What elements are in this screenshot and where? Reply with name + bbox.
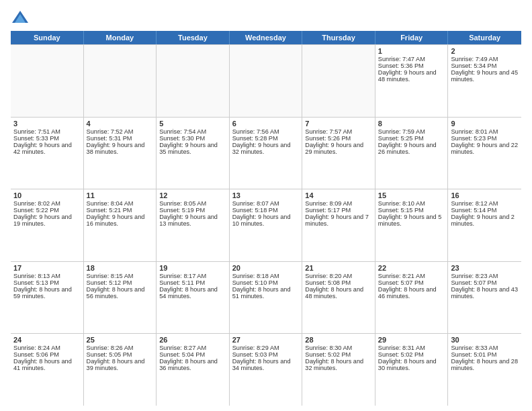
day-number: 17 (13, 264, 81, 272)
day-number: 8 (378, 120, 445, 128)
day-info: Sunrise: 8:20 AM (305, 273, 372, 279)
day-cell-26: 26Sunrise: 8:27 AMSunset: 5:04 PMDayligh… (157, 334, 230, 406)
day-info: Daylight: 8 hours and 54 minutes. (159, 286, 226, 300)
day-info: Daylight: 9 hours and 16 minutes. (87, 214, 154, 227)
day-number: 26 (159, 336, 226, 344)
day-info: Sunset: 5:12 PM (87, 279, 154, 286)
day-number: 9 (451, 120, 519, 128)
day-info: Sunrise: 7:59 AM (378, 128, 445, 135)
day-info: Daylight: 8 hours and 32 minutes. (305, 358, 372, 371)
day-info: Sunrise: 8:05 AM (159, 200, 226, 207)
day-cell-14: 14Sunrise: 8:09 AMSunset: 5:17 PMDayligh… (302, 189, 375, 261)
day-cell-11: 11Sunrise: 8:04 AMSunset: 5:21 PMDayligh… (84, 189, 157, 261)
day-info: Daylight: 9 hours and 10 minutes. (232, 214, 300, 227)
day-info: Sunset: 5:04 PM (159, 351, 226, 358)
day-info: Daylight: 9 hours and 32 minutes. (232, 142, 300, 155)
day-info: Daylight: 9 hours and 5 minutes. (378, 214, 445, 227)
empty-cell (302, 45, 375, 117)
empty-cell (230, 45, 303, 117)
day-info: Sunrise: 8:29 AM (232, 345, 300, 351)
day-info: Daylight: 8 hours and 28 minutes. (451, 358, 519, 371)
day-info: Daylight: 9 hours and 38 minutes. (87, 142, 154, 155)
day-cell-22: 22Sunrise: 8:21 AMSunset: 5:07 PMDayligh… (375, 262, 449, 334)
day-info: Daylight: 9 hours and 13 minutes. (159, 214, 226, 227)
day-number: 7 (305, 120, 372, 128)
day-number: 28 (305, 336, 372, 344)
day-cell-23: 23Sunrise: 8:23 AMSunset: 5:07 PMDayligh… (448, 262, 521, 334)
day-info: Sunset: 5:07 PM (378, 279, 445, 286)
logo-icon (11, 8, 30, 27)
day-cell-10: 10Sunrise: 8:02 AMSunset: 5:22 PMDayligh… (11, 189, 84, 261)
day-info: Sunrise: 8:07 AM (232, 200, 300, 207)
day-number: 25 (87, 336, 154, 344)
day-number: 11 (87, 191, 154, 199)
day-cell-2: 2Sunrise: 7:49 AMSunset: 5:34 PMDaylight… (448, 45, 521, 117)
day-info: Sunset: 5:36 PM (378, 62, 445, 69)
empty-cell (84, 45, 157, 117)
day-info: Sunset: 5:05 PM (87, 351, 154, 358)
day-cell-20: 20Sunrise: 8:18 AMSunset: 5:10 PMDayligh… (230, 262, 303, 334)
day-info: Sunrise: 8:27 AM (159, 345, 226, 351)
day-number: 14 (305, 191, 372, 199)
calendar-header: SundayMondayTuesdayWednesdayThursdayFrid… (11, 31, 521, 44)
day-info: Sunset: 5:14 PM (451, 207, 519, 214)
calendar-row-3: 17Sunrise: 8:13 AMSunset: 5:13 PMDayligh… (11, 262, 521, 334)
day-info: Sunrise: 8:09 AM (305, 200, 372, 207)
day-number: 22 (378, 264, 445, 272)
day-info: Daylight: 9 hours and 7 minutes. (305, 214, 372, 227)
day-info: Sunrise: 8:17 AM (159, 273, 226, 279)
day-number: 18 (87, 264, 154, 272)
day-cell-6: 6Sunrise: 7:56 AMSunset: 5:28 PMDaylight… (230, 118, 303, 189)
day-info: Sunrise: 8:26 AM (87, 345, 154, 351)
header-day-saturday: Saturday (448, 31, 521, 44)
day-info: Sunrise: 7:56 AM (232, 128, 300, 135)
day-info: Sunrise: 7:49 AM (451, 56, 519, 62)
day-info: Sunset: 5:23 PM (451, 135, 519, 142)
day-info: Sunset: 5:31 PM (87, 135, 154, 142)
calendar-row-0: 1Sunrise: 7:47 AMSunset: 5:36 PMDaylight… (11, 45, 521, 118)
day-info: Sunrise: 8:21 AM (378, 273, 445, 279)
calendar-row-4: 24Sunrise: 8:24 AMSunset: 5:06 PMDayligh… (11, 334, 521, 406)
day-info: Daylight: 9 hours and 29 minutes. (305, 142, 372, 155)
day-info: Daylight: 8 hours and 39 minutes. (87, 358, 154, 371)
day-number: 16 (451, 191, 519, 199)
day-cell-1: 1Sunrise: 7:47 AMSunset: 5:36 PMDaylight… (375, 45, 449, 117)
day-info: Sunrise: 8:18 AM (232, 273, 300, 279)
empty-cell (157, 45, 230, 117)
day-info: Sunrise: 8:01 AM (451, 128, 519, 135)
day-info: Daylight: 9 hours and 19 minutes. (13, 214, 81, 227)
day-info: Daylight: 8 hours and 43 minutes. (451, 286, 519, 300)
day-cell-28: 28Sunrise: 8:30 AMSunset: 5:02 PMDayligh… (302, 334, 375, 406)
day-info: Sunset: 5:01 PM (451, 351, 519, 358)
day-info: Sunrise: 8:30 AM (305, 345, 372, 351)
day-info: Daylight: 9 hours and 2 minutes. (451, 214, 519, 227)
day-number: 1 (378, 47, 445, 55)
day-info: Sunrise: 8:04 AM (87, 200, 154, 207)
day-info: Sunset: 5:18 PM (232, 207, 300, 214)
day-number: 6 (232, 120, 300, 128)
day-number: 4 (87, 120, 154, 128)
day-info: Sunset: 5:02 PM (305, 351, 372, 358)
day-info: Sunset: 5:13 PM (13, 279, 81, 286)
day-number: 29 (378, 336, 445, 344)
day-info: Sunrise: 7:52 AM (87, 128, 154, 135)
day-info: Sunset: 5:22 PM (13, 207, 81, 214)
day-info: Sunset: 5:21 PM (87, 207, 154, 214)
day-info: Daylight: 8 hours and 34 minutes. (232, 358, 300, 371)
day-info: Sunrise: 7:54 AM (159, 128, 226, 135)
day-info: Sunset: 5:15 PM (378, 207, 445, 214)
day-info: Sunrise: 7:47 AM (378, 56, 445, 62)
day-info: Sunrise: 8:10 AM (378, 200, 445, 207)
day-info: Sunset: 5:02 PM (378, 351, 445, 358)
day-cell-27: 27Sunrise: 8:29 AMSunset: 5:03 PMDayligh… (230, 334, 303, 406)
day-info: Daylight: 8 hours and 30 minutes. (378, 358, 445, 371)
day-cell-21: 21Sunrise: 8:20 AMSunset: 5:08 PMDayligh… (302, 262, 375, 334)
day-info: Sunset: 5:26 PM (305, 135, 372, 142)
day-cell-18: 18Sunrise: 8:15 AMSunset: 5:12 PMDayligh… (84, 262, 157, 334)
day-info: Sunset: 5:19 PM (159, 207, 226, 214)
day-number: 5 (159, 120, 226, 128)
day-info: Daylight: 8 hours and 48 minutes. (305, 286, 372, 300)
day-info: Daylight: 8 hours and 51 minutes. (232, 286, 300, 300)
day-info: Sunrise: 8:15 AM (87, 273, 154, 279)
header-day-friday: Friday (375, 31, 449, 44)
